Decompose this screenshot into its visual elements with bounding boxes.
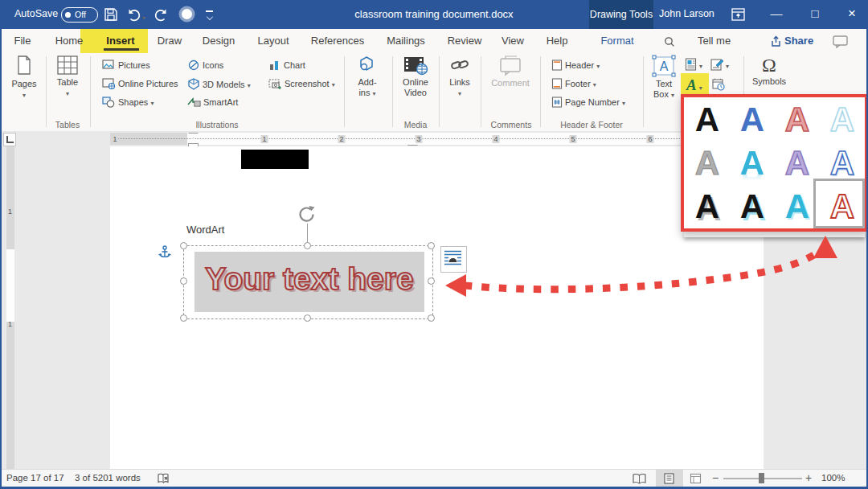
group-separator	[392, 56, 393, 127]
zoom-in-button[interactable]: +	[805, 471, 812, 484]
resize-handle-n[interactable]	[304, 242, 311, 249]
account-user-name[interactable]: John Larson	[659, 8, 714, 19]
icons-icon	[187, 60, 200, 71]
minimize-button[interactable]: —	[760, 0, 792, 29]
maximize-button[interactable]: □	[799, 0, 831, 29]
web-layout-icon[interactable]	[690, 473, 702, 484]
zoom-slider-thumb[interactable]	[759, 473, 764, 483]
resize-handle-nw[interactable]	[180, 242, 187, 249]
tab-view[interactable]: View	[502, 35, 524, 47]
wordart-style-red-outline-pink-fill[interactable]: A	[775, 98, 820, 142]
share-icon[interactable]	[770, 35, 782, 47]
wordart-gallery: A A A A A A A A A A A A	[681, 94, 868, 232]
page-indicator[interactable]: Page 17 of 17	[6, 473, 64, 483]
date-time-button[interactable]	[712, 78, 727, 91]
pictures-button[interactable]: Pictures	[102, 60, 150, 71]
signature-line-button[interactable]	[710, 58, 729, 71]
redacted-content-block	[241, 150, 309, 169]
group-separator	[344, 56, 345, 127]
title-bar: AutoSave Off classroom training document…	[0, 0, 868, 29]
tab-mailings[interactable]: Mailings	[387, 35, 425, 47]
tab-format[interactable]: Format	[600, 35, 633, 47]
resize-handle-w[interactable]	[180, 277, 187, 285]
wordart-text[interactable]: Your text here	[194, 261, 424, 297]
anchor-icon[interactable]	[158, 245, 171, 260]
zoom-level[interactable]: 100%	[821, 473, 845, 483]
tab-file[interactable]: File	[14, 35, 31, 47]
resize-handle-sw[interactable]	[180, 314, 187, 322]
text-box-button[interactable]: A Text Box	[648, 55, 680, 101]
tab-home[interactable]: Home	[55, 35, 84, 47]
wordart-style-gray-gradient[interactable]: A	[685, 142, 730, 185]
tab-draw[interactable]: Draw	[158, 35, 182, 47]
insert-tab-underline	[104, 48, 139, 51]
icons-button[interactable]: Icons	[187, 60, 223, 71]
comment-icon	[497, 55, 523, 76]
tab-insert[interactable]: Insert	[106, 35, 134, 47]
tab-references[interactable]: References	[311, 35, 364, 47]
tab-stop-selector[interactable]	[3, 133, 16, 146]
footer-icon	[551, 78, 563, 89]
pages-button[interactable]: Pages	[6, 55, 42, 99]
tab-layout[interactable]: Layout	[257, 35, 289, 47]
ribbon-display-options-icon[interactable]	[731, 8, 745, 21]
tellme-label[interactable]: Tell me	[698, 35, 731, 47]
add-ins-button[interactable]: Add- ins	[349, 55, 386, 99]
rotate-handle-icon[interactable]	[297, 204, 317, 224]
3d-models-icon	[187, 78, 200, 90]
group-separator	[481, 56, 481, 127]
word-window: AutoSave Off classroom training document…	[0, 0, 868, 489]
online-video-button[interactable]: Online Video	[395, 55, 436, 98]
smartart-icon	[187, 97, 201, 108]
wordart-style-cyan-reflection[interactable]: A	[730, 142, 775, 185]
group-separator	[540, 56, 541, 127]
symbols-button[interactable]: Ω Symbols	[749, 55, 789, 87]
table-button[interactable]: Table	[50, 55, 85, 97]
close-button[interactable]: ×	[836, 0, 868, 29]
footer-button[interactable]: Footer	[551, 78, 596, 89]
contextual-tab-group: Drawing Tools	[589, 0, 653, 29]
wordart-textbox[interactable]: Your text here	[194, 252, 424, 312]
wordart-style-light-cyan-outline[interactable]: A	[820, 98, 865, 142]
page-number-icon	[551, 97, 563, 108]
search-icon[interactable]	[664, 36, 675, 47]
group-label-media: Media	[404, 120, 428, 129]
group-label-comments: Comments	[491, 120, 532, 129]
screenshot-button[interactable]: Screenshot	[268, 78, 335, 89]
shapes-button[interactable]: Shapes	[102, 97, 154, 108]
shapes-icon	[102, 97, 116, 108]
online-pictures-button[interactable]: Online Pictures	[102, 78, 178, 89]
wordart-caption: WordArt	[186, 224, 224, 236]
text-box-icon: A	[652, 55, 676, 77]
signature-line-icon	[710, 58, 723, 71]
comment-button[interactable]: Comment	[487, 55, 534, 88]
wordart-button[interactable]: A	[686, 76, 702, 94]
zoom-out-button[interactable]: −	[712, 471, 719, 484]
print-layout-icon[interactable]	[663, 473, 675, 484]
resize-handle-s[interactable]	[304, 314, 311, 322]
group-separator	[643, 56, 644, 127]
proofing-errors-icon[interactable]	[158, 473, 170, 484]
links-button[interactable]: Links	[442, 55, 477, 97]
header-button[interactable]: Header	[551, 60, 600, 71]
smartart-button[interactable]: SmartArt	[187, 97, 238, 108]
comments-pane-icon[interactable]	[833, 35, 849, 48]
wordart-style-blue-fill[interactable]: A	[730, 98, 775, 142]
chart-button[interactable]: Chart	[268, 60, 305, 71]
online-video-icon	[403, 55, 428, 76]
page-number-button[interactable]: Page Number	[551, 97, 625, 108]
links-icon	[449, 55, 470, 76]
pictures-icon	[102, 60, 116, 71]
share-button[interactable]: Share	[784, 35, 813, 47]
annotation-arrow	[434, 221, 868, 330]
3d-models-button[interactable]: 3D Models	[187, 78, 251, 90]
tab-review[interactable]: Review	[448, 35, 482, 47]
tab-design[interactable]: Design	[203, 35, 235, 47]
word-count[interactable]: 3 of 5201 words	[75, 473, 141, 483]
read-mode-icon[interactable]	[633, 474, 646, 484]
group-separator	[46, 56, 47, 127]
tab-help[interactable]: Help	[547, 35, 568, 47]
quick-parts-button[interactable]	[685, 58, 702, 71]
wordart-style-black-fill[interactable]: A	[685, 98, 730, 142]
omega-icon: Ω	[749, 55, 789, 76]
